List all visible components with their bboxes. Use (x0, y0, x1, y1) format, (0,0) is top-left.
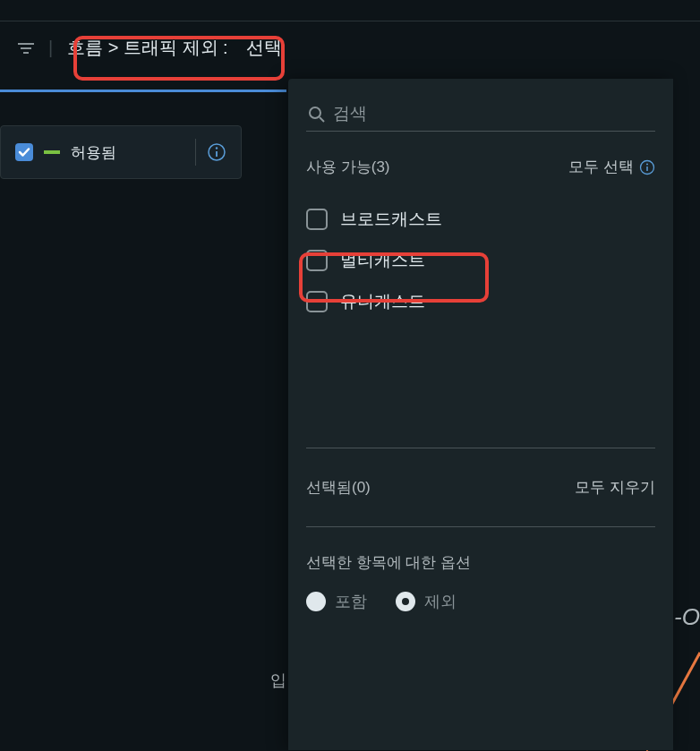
panel-divider (306, 448, 655, 448)
checkbox-label: 유니캐스트 (340, 290, 425, 313)
background-partial-text: 입 (270, 670, 286, 695)
info-icon[interactable] (639, 159, 655, 175)
available-title: 사용 가능(3) (306, 157, 390, 177)
options-title: 선택한 항목에 대한 옵션 (306, 552, 655, 573)
radio-item-exclude[interactable]: 제외 (396, 591, 457, 612)
color-indicator-green (44, 150, 60, 154)
radio-selected[interactable] (396, 592, 415, 611)
checkbox-unchecked[interactable] (306, 209, 328, 230)
breadcrumb-selection[interactable]: 선택 (246, 36, 282, 60)
checkbox-item-multicast[interactable]: 멀티캐스트 (306, 240, 655, 281)
select-all-label: 모두 선택 (568, 157, 634, 177)
tab-underline (0, 90, 286, 92)
filter-icon[interactable] (18, 42, 34, 55)
checkbox-item-broadcast[interactable]: 브로드캐스트 (306, 199, 655, 240)
checkbox-checked-icon[interactable] (15, 143, 33, 161)
svg-point-4 (216, 147, 218, 149)
search-wrapper (306, 97, 655, 132)
breadcrumb-bar: | 흐름 > 트래픽 제외 : 선택 (0, 21, 700, 74)
radio-label: 제외 (424, 591, 457, 612)
checkbox-item-unicast[interactable]: 유니캐스트 (306, 281, 655, 322)
search-input[interactable] (306, 97, 655, 132)
dropdown-panel: 사용 가능(3) 모두 선택 브로드캐스트 멀티캐스트 유니캐스트 선택됨(0) (288, 79, 673, 750)
radio-unselected[interactable] (306, 592, 326, 611)
clear-all-label: 모두 지우기 (575, 477, 655, 498)
checkbox-label: 브로드캐스트 (340, 208, 442, 231)
checkbox-label: 멀티캐스트 (340, 249, 425, 272)
top-bar (0, 0, 700, 21)
divider (195, 139, 196, 166)
select-all-button[interactable]: 모두 선택 (568, 157, 655, 177)
panel-divider (306, 526, 655, 527)
separator: | (48, 38, 53, 58)
radio-item-include[interactable]: 포함 (306, 591, 367, 612)
filter-tag-allowed[interactable]: 허용됨 (0, 125, 242, 179)
filter-tag-label: 허용됨 (71, 142, 184, 163)
radio-group: 포함 제외 (306, 591, 655, 612)
info-icon[interactable] (207, 142, 226, 162)
available-section-header: 사용 가능(3) 모두 선택 (306, 157, 655, 177)
selected-title: 선택됨(0) (306, 477, 371, 498)
breadcrumb-path: 흐름 > 트래픽 제외 : (67, 36, 227, 60)
selected-section-header: 선택됨(0) 모두 지우기 (306, 477, 655, 498)
radio-inner-dot (402, 598, 409, 605)
radio-label: 포함 (335, 591, 367, 612)
checkbox-unchecked[interactable] (306, 291, 328, 312)
svg-point-10 (646, 163, 648, 165)
clear-all-button[interactable]: 모두 지우기 (575, 477, 655, 498)
checkbox-unchecked[interactable] (306, 250, 328, 271)
